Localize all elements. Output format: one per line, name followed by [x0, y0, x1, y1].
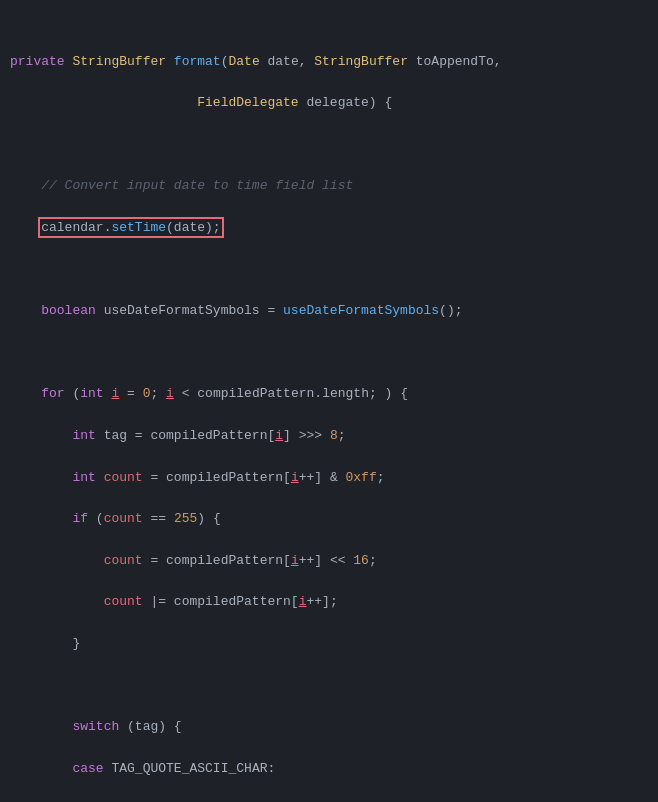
code-line-11: int count = compiledPattern[i++] & 0xff;	[0, 468, 658, 489]
code-line-3	[0, 135, 658, 156]
code-viewer: private StringBuffer format(Date date, S…	[0, 0, 658, 802]
code-line-8	[0, 343, 658, 364]
code-line-14: count |= compiledPattern[i++];	[0, 592, 658, 613]
code-line-15: }	[0, 634, 658, 655]
code-line-12: if (count == 255) {	[0, 509, 658, 530]
highlight-calendar-settime: calendar.setTime(date);	[41, 220, 220, 235]
code-line-16	[0, 676, 658, 697]
code-line-17: switch (tag) {	[0, 717, 658, 738]
code-line-2: FieldDelegate delegate) {	[0, 93, 658, 114]
code-line-7: boolean useDateFormatSymbols = useDateFo…	[0, 301, 658, 322]
code-line-4: // Convert input date to time field list	[0, 176, 658, 197]
code-line-6	[0, 260, 658, 281]
code-line-1: private StringBuffer format(Date date, S…	[0, 52, 658, 73]
code-line-13: count = compiledPattern[i++] << 16;	[0, 551, 658, 572]
code-line-10: int tag = compiledPattern[i] >>> 8;	[0, 426, 658, 447]
code-line-5: calendar.setTime(date);	[0, 218, 658, 239]
code-line-18: case TAG_QUOTE_ASCII_CHAR:	[0, 759, 658, 780]
code-line-9: for (int i = 0; i < compiledPattern.leng…	[0, 384, 658, 405]
